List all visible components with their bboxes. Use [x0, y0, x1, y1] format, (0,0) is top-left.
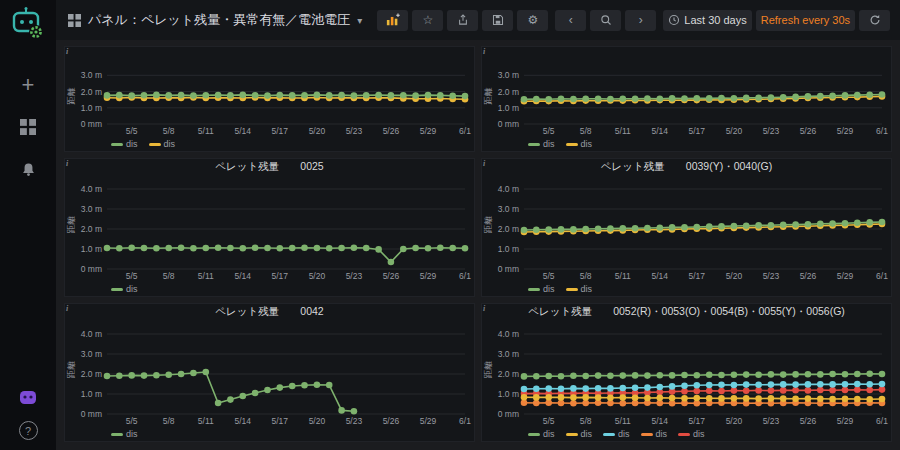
- svg-text:5/17: 5/17: [689, 271, 706, 281]
- chart-legend: dis: [65, 427, 474, 441]
- legend-item[interactable]: dis: [528, 429, 555, 439]
- refresh-interval-picker[interactable]: Refresh every 30s: [756, 10, 855, 31]
- svg-text:2.0 m: 2.0 m: [81, 87, 102, 97]
- legend-item[interactable]: dis: [566, 429, 593, 439]
- svg-text:3.0 m: 3.0 m: [498, 204, 519, 214]
- legend-item[interactable]: dis: [111, 284, 138, 294]
- dashboard-grid-icon: [20, 119, 36, 135]
- refresh-interval-label: Refresh every 30s: [761, 15, 850, 26]
- zoom-controls: ‹ ›: [555, 10, 656, 31]
- svg-text:5/17: 5/17: [689, 126, 706, 136]
- chevron-down-icon[interactable]: ▾: [357, 15, 362, 26]
- add-panel-button[interactable]: [377, 10, 408, 31]
- share-button[interactable]: [447, 10, 478, 31]
- legend-item[interactable]: dis: [149, 139, 176, 149]
- svg-text:5/11: 5/11: [198, 271, 214, 281]
- sidebar-dashboards-button[interactable]: [8, 109, 48, 145]
- sidebar-alerting-button[interactable]: [8, 151, 48, 187]
- svg-text:5/29: 5/29: [420, 126, 437, 136]
- chart-legend: disdis: [482, 137, 891, 151]
- svg-text:6/1: 6/1: [459, 271, 471, 281]
- time-forward-button[interactable]: ›: [625, 10, 656, 31]
- svg-text:5/20: 5/20: [726, 416, 743, 426]
- legend-item[interactable]: dis: [528, 139, 555, 149]
- star-button[interactable]: ☆: [412, 10, 443, 31]
- panel-title[interactable]: ペレット残量 0052(R)・0053(O)・0054(B)・0055(Y)・0…: [482, 304, 891, 319]
- time-back-button[interactable]: ‹: [555, 10, 586, 31]
- settings-button[interactable]: ⚙: [517, 10, 548, 31]
- add-panel-icon: [386, 13, 400, 27]
- svg-text:5/17: 5/17: [272, 416, 289, 426]
- legend-color-swatch: [566, 433, 578, 436]
- legend-item[interactable]: dis: [528, 284, 555, 294]
- panel-title[interactable]: [65, 47, 474, 62]
- legend-item[interactable]: dis: [566, 284, 593, 294]
- legend-color-swatch: [528, 143, 540, 146]
- save-button[interactable]: [482, 10, 513, 31]
- legend-item[interactable]: dis: [111, 139, 138, 149]
- svg-text:5/20: 5/20: [726, 126, 743, 136]
- time-range-label: Last 30 days: [684, 15, 746, 26]
- time-range-picker[interactable]: Last 30 days: [663, 10, 751, 31]
- panel-info-icon[interactable]: i: [66, 47, 68, 56]
- panel-info-icon[interactable]: i: [66, 159, 68, 168]
- svg-text:5/26: 5/26: [383, 416, 400, 426]
- svg-text:5/8: 5/8: [580, 416, 592, 426]
- user-avatar[interactable]: [18, 387, 38, 411]
- legend-color-swatch: [566, 143, 578, 146]
- svg-text:5/8: 5/8: [580, 126, 592, 136]
- legend-color-swatch: [149, 143, 161, 146]
- line-chart[interactable]: 0 mm1.0 m2.0 m3.0 m4.0 m5/55/85/115/145/…: [65, 319, 474, 427]
- svg-text:0 mm: 0 mm: [81, 409, 102, 419]
- svg-text:5/23: 5/23: [763, 416, 780, 426]
- legend-item[interactable]: dis: [641, 429, 668, 439]
- plus-icon: +: [22, 74, 35, 96]
- svg-text:5/11: 5/11: [198, 416, 214, 426]
- svg-text:4.0 m: 4.0 m: [498, 329, 519, 339]
- svg-text:距離: 距離: [483, 87, 493, 106]
- legend-item[interactable]: dis: [603, 429, 630, 439]
- refresh-button[interactable]: [859, 10, 890, 31]
- legend-item[interactable]: dis: [111, 429, 138, 439]
- question-icon: ?: [25, 425, 31, 437]
- line-chart[interactable]: 0 mm1.0 m2.0 m3.0 m4.0 m5/55/85/115/145/…: [482, 319, 891, 427]
- panel-title[interactable]: [482, 47, 891, 62]
- legend-item[interactable]: dis: [566, 139, 593, 149]
- panel-info-icon[interactable]: i: [483, 304, 485, 313]
- dashboard-icon[interactable]: [68, 14, 81, 27]
- svg-text:距離: 距離: [66, 361, 76, 380]
- sidebar-create-button[interactable]: +: [8, 67, 48, 103]
- panel-info-icon[interactable]: i: [483, 159, 485, 168]
- panel-title[interactable]: ペレット残量 0039(Y)・0040(G): [482, 159, 891, 174]
- dashboard-title[interactable]: パネル：ペレット残量・異常有無／電池電圧: [88, 11, 350, 29]
- svg-text:5/5: 5/5: [543, 416, 555, 426]
- app-logo[interactable]: [10, 6, 46, 42]
- svg-text:5/20: 5/20: [726, 271, 743, 281]
- main-area: パネル：ペレット残量・異常有無／電池電圧 ▾ ☆: [56, 0, 900, 450]
- panel-info-icon[interactable]: i: [66, 304, 68, 313]
- svg-text:5/20: 5/20: [309, 271, 326, 281]
- legend-item[interactable]: dis: [678, 429, 705, 439]
- svg-text:1.0 m: 1.0 m: [81, 244, 102, 254]
- svg-text:3.0 m: 3.0 m: [81, 204, 102, 214]
- line-chart[interactable]: 0 mm1.0 m2.0 m3.0 m5/55/85/115/145/175/2…: [65, 62, 474, 137]
- svg-text:5/14: 5/14: [652, 271, 669, 281]
- chart-legend: disdis: [482, 282, 891, 296]
- panel-title[interactable]: ペレット残量 0042: [65, 304, 474, 319]
- zoom-out-button[interactable]: [590, 10, 621, 31]
- help-button[interactable]: ?: [19, 421, 38, 440]
- panel-title[interactable]: ペレット残量 0025: [65, 159, 474, 174]
- svg-text:5/8: 5/8: [163, 126, 175, 136]
- line-chart[interactable]: 0 mm1.0 m2.0 m3.0 m4.0 m5/55/85/115/145/…: [482, 174, 891, 282]
- legend-color-swatch: [566, 288, 578, 291]
- sidebar-bottom: ?: [18, 387, 38, 440]
- line-chart[interactable]: 0 mm1.0 m2.0 m3.0 m4.0 m5/55/85/115/145/…: [65, 174, 474, 282]
- svg-text:5/14: 5/14: [235, 271, 252, 281]
- svg-text:5/26: 5/26: [800, 416, 817, 426]
- line-chart[interactable]: 0 mm1.0 m2.0 m3.0 m5/55/85/115/145/175/2…: [482, 62, 891, 137]
- svg-text:2.0 m: 2.0 m: [81, 224, 102, 234]
- panel-info-icon[interactable]: i: [483, 47, 485, 56]
- svg-text:4.0 m: 4.0 m: [498, 184, 519, 194]
- avatar-icon: [18, 387, 38, 407]
- save-icon: [492, 14, 504, 26]
